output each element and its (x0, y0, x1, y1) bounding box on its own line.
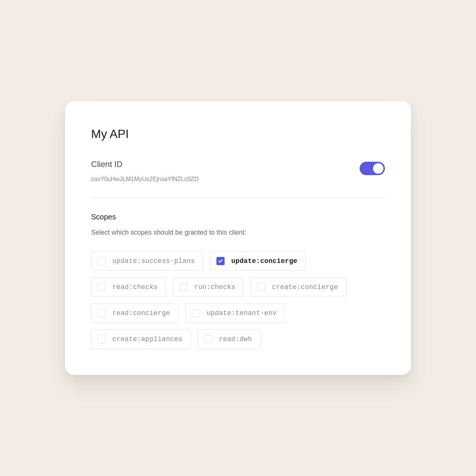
scope-chip[interactable]: create:appliances (91, 329, 191, 349)
scopes-heading: Scopes (91, 213, 385, 221)
scope-chip[interactable]: create:concierge (251, 277, 347, 297)
scope-chip[interactable]: read:dwh (198, 329, 261, 349)
client-id-section: Client ID zasY0uHwJLM1MyUs2EjnsaYfNZLc0Z… (91, 160, 199, 183)
scope-label: run:checks (194, 283, 235, 291)
scope-chip[interactable]: run:checks (173, 277, 244, 297)
scope-label: update:concierge (231, 257, 298, 265)
checkbox[interactable] (97, 257, 106, 265)
checkbox[interactable] (204, 335, 212, 343)
checkbox[interactable] (192, 309, 200, 317)
scope-label: update:tenant-env (206, 309, 277, 317)
api-settings-card: My API Client ID zasY0uHwJLM1MyUs2EjnsaY… (65, 101, 411, 375)
scope-label: read:concierge (112, 309, 170, 317)
scope-chip[interactable]: read:concierge (91, 303, 178, 323)
checkbox[interactable] (216, 257, 225, 265)
checkbox[interactable] (179, 283, 187, 291)
scope-chip[interactable]: update:concierge (210, 251, 306, 271)
client-enabled-toggle[interactable] (360, 162, 385, 175)
scopes-list: update:success-plansupdate:conciergeread… (91, 251, 385, 349)
checkbox[interactable] (257, 283, 265, 291)
scope-chip[interactable]: update:success-plans (91, 251, 203, 271)
checkbox[interactable] (97, 283, 106, 291)
checkbox[interactable] (97, 335, 106, 343)
scopes-description: Select which scopes should be granted to… (91, 229, 385, 237)
scopes-section: Scopes Select which scopes should be gra… (91, 213, 385, 349)
scope-label: update:success-plans (112, 257, 195, 265)
scope-label: read:dwh (219, 335, 252, 343)
scope-label: read:checks (112, 283, 158, 291)
check-icon (218, 258, 223, 264)
page-title: My API (91, 127, 385, 141)
client-id-label: Client ID (91, 160, 199, 169)
client-id-row: Client ID zasY0uHwJLM1MyUs2EjnsaYfNZLc0Z… (91, 160, 385, 198)
scope-chip[interactable]: update:tenant-env (185, 303, 285, 323)
scope-label: create:appliances (112, 335, 183, 343)
toggle-knob (373, 163, 383, 174)
scope-chip[interactable]: read:checks (91, 277, 166, 297)
checkbox[interactable] (97, 309, 106, 317)
client-id-value: zasY0uHwJLM1MyUs2EjnsaYfNZLc0ZD (91, 176, 199, 183)
scope-label: create:concierge (272, 283, 338, 291)
